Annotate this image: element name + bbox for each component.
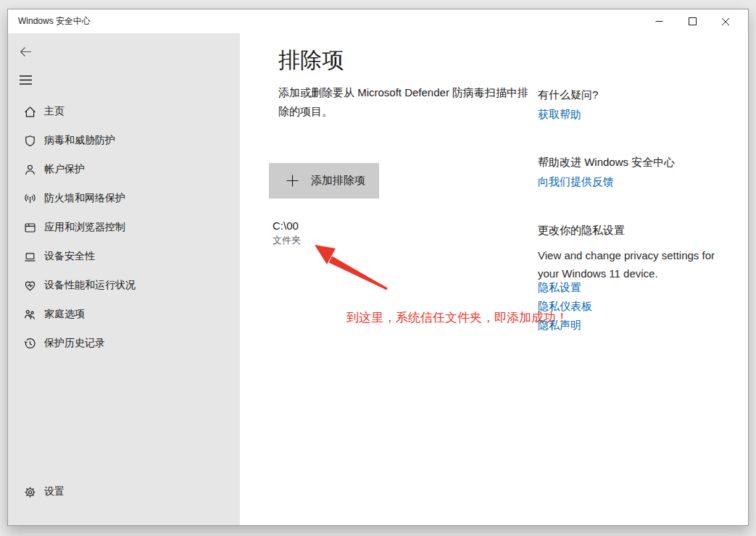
help-heading: 有什么疑问? — [538, 88, 598, 102]
exclusion-type: 文件夹 — [273, 233, 301, 247]
sidebar-item-label: 设备性能和运行状况 — [44, 279, 136, 292]
exclusion-path: C:\00 — [273, 218, 301, 233]
get-help-link[interactable]: 获取帮助 — [538, 108, 581, 122]
person-icon — [24, 164, 36, 176]
privacy-statement-link[interactable]: 隐私声明 — [538, 319, 581, 332]
menu-button[interactable] — [12, 68, 38, 94]
maximize-button[interactable] — [676, 9, 709, 33]
exclusion-item[interactable]: C:\00 文件夹 — [273, 218, 301, 247]
family-icon — [24, 309, 36, 321]
windows-security-window: Windows 安全中心 — [7, 9, 749, 526]
page-title: 排除项 — [278, 46, 344, 75]
minimize-button[interactable] — [642, 9, 676, 33]
back-arrow-icon — [19, 45, 33, 61]
history-clock-icon — [24, 338, 36, 350]
privacy-dashboard-link[interactable]: 隐私仪表板 — [538, 300, 592, 314]
sidebar-item-home[interactable]: 主页 — [8, 97, 240, 126]
network-antenna-icon — [24, 193, 36, 205]
main-content: 排除项 添加或删除要从 Microsoft Defender 防病毒扫描中排除的… — [240, 33, 748, 525]
shield-icon — [24, 135, 36, 147]
home-icon — [24, 106, 36, 118]
sidebar: 主页 病毒和威胁防护 帐户保护 — [8, 33, 240, 525]
sidebar-item-label: 病毒和威胁防护 — [44, 134, 115, 147]
sidebar-nav: 主页 病毒和威胁防护 帐户保护 — [8, 97, 240, 358]
sidebar-item-label: 家庭选项 — [44, 308, 85, 321]
sidebar-item-protection-history[interactable]: 保护历史记录 — [8, 329, 240, 358]
sidebar-item-device-performance[interactable]: 设备性能和运行状况 — [8, 271, 240, 300]
titlebar: Windows 安全中心 — [8, 9, 748, 33]
privacy-heading: 更改你的隐私设置 — [538, 224, 625, 238]
add-exclusion-label: 添加排除项 — [311, 174, 365, 188]
privacy-settings-link[interactable]: 隐私设置 — [538, 281, 581, 295]
sidebar-item-family-options[interactable]: 家庭选项 — [8, 300, 240, 329]
sidebar-item-virus-threat[interactable]: 病毒和威胁防护 — [8, 126, 240, 155]
laptop-icon — [24, 251, 36, 263]
browser-window-icon — [24, 222, 36, 234]
close-icon — [721, 17, 730, 26]
feedback-heading: 帮助改进 Windows 安全中心 — [538, 156, 675, 169]
back-button[interactable] — [12, 40, 38, 66]
sidebar-item-app-browser[interactable]: 应用和浏览器控制 — [8, 213, 240, 242]
window-content: 主页 病毒和威胁防护 帐户保护 — [8, 33, 748, 525]
sidebar-item-label: 保护历史记录 — [44, 337, 105, 350]
annotation-arrow — [309, 242, 396, 294]
window-controls — [642, 9, 742, 33]
heart-pulse-icon — [24, 280, 36, 292]
annotation-text: 到这里，系统信任文件夹，即添加成功！ — [346, 309, 568, 326]
sidebar-item-settings[interactable]: 设置 — [8, 477, 240, 506]
sidebar-item-label: 主页 — [44, 105, 65, 118]
sidebar-item-firewall-network[interactable]: 防火墙和网络保护 — [8, 184, 240, 213]
sidebar-item-label: 防火墙和网络保护 — [44, 192, 125, 205]
sidebar-item-label: 设置 — [44, 485, 65, 498]
sidebar-item-device-security[interactable]: 设备安全性 — [8, 242, 240, 271]
page-description: 添加或删除要从 Microsoft Defender 防病毒扫描中排除的项目。 — [278, 83, 538, 121]
sidebar-item-label: 设备安全性 — [44, 250, 95, 263]
sidebar-item-account[interactable]: 帐户保护 — [8, 155, 240, 184]
gear-icon — [24, 486, 36, 498]
close-button[interactable] — [709, 9, 742, 33]
add-exclusion-button[interactable]: 添加排除项 — [269, 163, 379, 198]
maximize-icon — [689, 17, 697, 25]
feedback-link[interactable]: 向我们提供反馈 — [538, 175, 614, 189]
privacy-body: View and change privacy settings for you… — [538, 246, 715, 282]
minimize-icon — [655, 17, 663, 25]
window-title: Windows 安全中心 — [18, 9, 91, 33]
plus-icon — [286, 175, 299, 187]
hamburger-icon — [20, 75, 32, 87]
sidebar-item-label: 帐户保护 — [44, 163, 85, 176]
sidebar-item-label: 应用和浏览器控制 — [44, 221, 125, 234]
